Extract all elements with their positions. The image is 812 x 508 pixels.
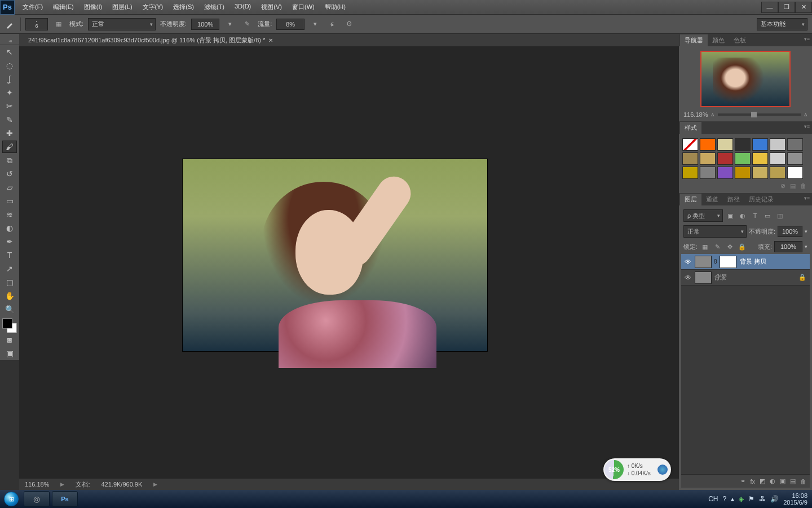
- taskbar-app-1[interactable]: ◎: [24, 491, 50, 507]
- fill-input[interactable]: [774, 241, 802, 252]
- blend-mode-dropdown[interactable]: 正常: [88, 18, 156, 30]
- tool-crop[interactable]: ✂: [2, 100, 17, 112]
- layer-kind-filter[interactable]: ρ 类型: [683, 209, 723, 222]
- tool-screenmode[interactable]: ▣: [2, 347, 17, 360]
- panel-menu-icon[interactable]: ▾≡: [804, 195, 810, 201]
- tool-zoom[interactable]: 🔍: [2, 303, 17, 316]
- style-swatch[interactable]: [682, 138, 698, 151]
- status-menu-icon[interactable]: ▶: [153, 481, 157, 487]
- dropdown-arrow-icon[interactable]: ▾: [805, 229, 807, 234]
- style-swatch[interactable]: [717, 152, 733, 165]
- style-swatch[interactable]: [700, 152, 716, 165]
- layer-name[interactable]: 背景 拷贝: [740, 257, 766, 266]
- panel-menu-icon[interactable]: ▾≡: [804, 124, 810, 129]
- no-style-icon[interactable]: ⊘: [780, 182, 785, 190]
- style-swatch[interactable]: [787, 138, 803, 151]
- group-icon[interactable]: ▣: [780, 478, 785, 485]
- flow-dropdown-icon[interactable]: ▾: [309, 18, 321, 30]
- add-mask-icon[interactable]: ◩: [760, 478, 765, 485]
- tab-navigator[interactable]: 导航器: [680, 34, 708, 46]
- tool-eraser[interactable]: ▱: [2, 181, 17, 194]
- opacity-dropdown-icon[interactable]: ▾: [224, 18, 236, 30]
- tool-hand[interactable]: ✋: [2, 290, 17, 302]
- dropdown-arrow-icon[interactable]: ▾: [805, 244, 807, 249]
- lock-move-icon[interactable]: ✥: [725, 242, 735, 252]
- style-swatch[interactable]: [717, 138, 733, 151]
- start-button[interactable]: ⊞: [0, 490, 23, 508]
- menu-edit[interactable]: 编辑(E): [48, 1, 78, 14]
- style-swatch[interactable]: [787, 152, 803, 165]
- style-swatch[interactable]: [700, 167, 716, 179]
- tool-move[interactable]: ↖: [2, 46, 17, 58]
- mask-link-icon[interactable]: 8: [714, 259, 720, 265]
- tool-eyedropper[interactable]: ✎: [2, 113, 17, 126]
- tool-shape[interactable]: ▢: [2, 276, 17, 288]
- menu-layer[interactable]: 图层(L): [108, 1, 136, 14]
- opacity-input[interactable]: [191, 19, 219, 30]
- tool-path-select[interactable]: ↗: [2, 262, 17, 275]
- tool-type[interactable]: T: [2, 249, 17, 261]
- adjustment-layer-icon[interactable]: ◐: [770, 478, 775, 485]
- lock-all-icon[interactable]: 🔒: [737, 242, 747, 252]
- filter-smart-icon[interactable]: ◫: [775, 211, 785, 221]
- tool-gradient[interactable]: ▭: [2, 195, 17, 207]
- style-swatch[interactable]: [752, 138, 768, 151]
- color-swatches[interactable]: [2, 318, 17, 333]
- navigator-zoom-slider[interactable]: [718, 113, 801, 116]
- window-maximize[interactable]: ❐: [778, 2, 795, 13]
- filter-image-icon[interactable]: ▣: [725, 211, 735, 221]
- navigator-thumbnail[interactable]: [700, 51, 791, 107]
- layer-visibility-icon[interactable]: 👁: [681, 274, 695, 282]
- link-layers-icon[interactable]: ⚭: [740, 478, 745, 485]
- flow-input[interactable]: [276, 19, 304, 30]
- tab-color[interactable]: 颜色: [708, 34, 729, 46]
- tray-help-icon[interactable]: ?: [722, 495, 726, 503]
- tray-flag-icon[interactable]: ⚑: [748, 495, 754, 503]
- layer-name[interactable]: 背景: [714, 273, 726, 282]
- filter-shape-icon[interactable]: ▭: [762, 211, 773, 221]
- ime-indicator[interactable]: CH: [708, 495, 718, 503]
- lock-transparent-icon[interactable]: ▦: [700, 242, 710, 252]
- status-arrow-icon[interactable]: ▶: [60, 481, 64, 487]
- tool-marquee[interactable]: ◌: [2, 59, 17, 72]
- window-minimize[interactable]: —: [761, 2, 778, 13]
- layer-row[interactable]: 👁背景🔒: [681, 270, 810, 286]
- airbrush-icon[interactable]: ɕ: [326, 18, 338, 30]
- tray-shield-icon[interactable]: ◈: [739, 495, 744, 503]
- status-zoom[interactable]: 116.18%: [25, 481, 49, 488]
- menu-type[interactable]: 文字(Y): [138, 1, 168, 14]
- menu-select[interactable]: 选择(S): [169, 1, 198, 14]
- fx-icon[interactable]: fx: [750, 478, 755, 485]
- menu-file[interactable]: 文件(F): [18, 1, 47, 14]
- style-swatch[interactable]: [682, 152, 698, 165]
- style-swatch[interactable]: [770, 138, 785, 151]
- tray-network-icon[interactable]: 🖧: [759, 495, 766, 503]
- network-accelerate-icon[interactable]: [657, 465, 668, 475]
- current-tool-icon[interactable]: [5, 19, 16, 30]
- layer-thumbnail[interactable]: [695, 271, 712, 284]
- pressure-size-icon[interactable]: ʘ: [343, 18, 355, 30]
- tab-channels[interactable]: 通道: [701, 194, 723, 205]
- layer-thumbnail[interactable]: [695, 256, 712, 268]
- window-close[interactable]: ✕: [795, 2, 812, 13]
- menu-image[interactable]: 图像(I): [80, 1, 107, 14]
- close-tab-icon[interactable]: ✕: [268, 37, 273, 43]
- layers-list[interactable]: 👁8背景 拷贝👁背景🔒: [681, 254, 810, 474]
- tool-history-brush[interactable]: ↺: [2, 168, 17, 180]
- tool-pen[interactable]: ✒: [2, 235, 17, 248]
- style-swatch[interactable]: [735, 167, 751, 179]
- tab-layers[interactable]: 图层: [680, 194, 701, 205]
- filter-type-icon[interactable]: T: [750, 211, 760, 221]
- lock-paint-icon[interactable]: ✎: [712, 242, 722, 252]
- tool-brush[interactable]: 🖌: [2, 141, 17, 153]
- tool-stamp[interactable]: ⧉: [2, 154, 17, 167]
- style-swatch[interactable]: [735, 152, 751, 165]
- filter-adjust-icon[interactable]: ◐: [738, 211, 748, 221]
- tab-swatches[interactable]: 色板: [729, 34, 751, 46]
- layer-row[interactable]: 👁8背景 拷贝: [681, 254, 810, 270]
- layer-visibility-icon[interactable]: 👁: [681, 258, 695, 266]
- new-layer-icon[interactable]: ▤: [790, 478, 796, 485]
- tool-wand[interactable]: ✦: [2, 86, 17, 99]
- tool-quickmask[interactable]: ◙: [2, 334, 17, 346]
- delete-style-icon[interactable]: 🗑: [800, 182, 806, 190]
